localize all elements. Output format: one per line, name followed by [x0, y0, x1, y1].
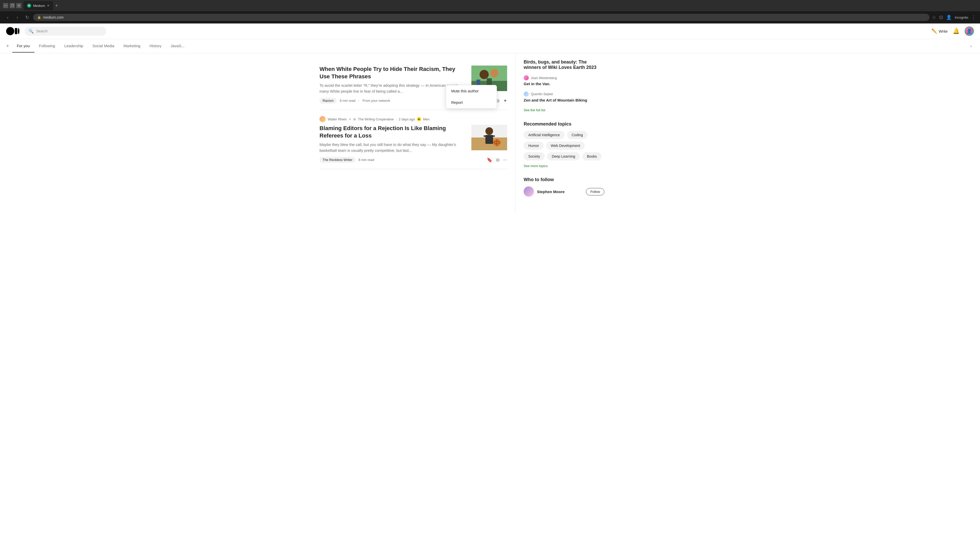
bookmark-article-2-icon[interactable]: 🔖: [487, 157, 492, 163]
tab-for-you[interactable]: For you: [12, 40, 35, 52]
article-1-dropdown-menu: Mute this author Report: [446, 85, 497, 108]
incognito-label: Incognito: [955, 16, 968, 19]
add-topic-button[interactable]: +: [6, 39, 12, 53]
medium-logo-svg: [6, 27, 19, 35]
tab-history[interactable]: History: [145, 40, 166, 52]
write-label: Write: [939, 29, 948, 33]
tab-javascript[interactable]: JavaS...: [166, 40, 189, 52]
tab-social-media[interactable]: Social Media: [88, 40, 119, 52]
article-2-author-name[interactable]: Walter Rhein: [328, 118, 347, 121]
staff-top-title[interactable]: Birds, bugs, and beauty: The winners of …: [524, 59, 605, 70]
split-view-icon[interactable]: ⊡: [939, 14, 943, 20]
url-text: medium.com: [43, 15, 64, 19]
article-2-member: Men: [423, 118, 430, 121]
topic-humor[interactable]: Humor: [524, 141, 544, 150]
recommended-topics-title: Recommended topics: [524, 121, 605, 127]
article-2-actions: 🔖 ⊖ ···: [487, 157, 507, 163]
article-1-read-time: 8 min read: [340, 99, 355, 103]
article-2-title[interactable]: Blaming Editors for a Rejection Is Like …: [320, 125, 466, 139]
article-2-card: Walter Rhein ✓ in The Writing Cooperativ…: [320, 110, 507, 169]
article-1-title[interactable]: When White People Try to Hide Their Raci…: [320, 65, 466, 80]
topic-books[interactable]: Books: [582, 152, 601, 160]
more-article-1-icon[interactable]: ✦: [503, 98, 507, 103]
topics-grid: Artificial Intelligence Coding Humor Web…: [524, 131, 605, 160]
hide-article-2-icon[interactable]: ⊖: [496, 157, 500, 163]
write-button[interactable]: ✏️ Write: [932, 28, 948, 34]
svg-point-5: [479, 70, 489, 79]
follow-item-stephen: Stephen Moore Follow: [524, 186, 605, 197]
search-icon: 🔍: [29, 29, 34, 34]
article-2-excerpt: Maybe they blew the call, but you still …: [320, 142, 466, 153]
follow-stephen-name[interactable]: Stephen Moore: [537, 189, 565, 194]
url-bar[interactable]: 🔒 medium.com: [33, 14, 929, 21]
tab-leadership[interactable]: Leadership: [60, 40, 88, 52]
report-option[interactable]: Report: [446, 97, 496, 108]
bookmark-icon[interactable]: ☆: [932, 14, 936, 20]
article-2-read-time: 8 min read: [359, 158, 374, 162]
tab-close-icon[interactable]: ✕: [47, 4, 49, 7]
article-2-time: 2 days ago: [399, 118, 415, 121]
member-badge-icon: ★: [417, 117, 421, 121]
article-2-illustration: [471, 125, 507, 150]
article-1-tag[interactable]: Racism: [320, 98, 337, 103]
forward-button[interactable]: ›: [14, 14, 21, 21]
menu-icon[interactable]: ⋮: [971, 14, 976, 20]
staff-author-1-row: Joan Westenberg: [524, 75, 605, 80]
more-article-2-icon[interactable]: ···: [503, 157, 507, 162]
follow-stephen-button[interactable]: Follow: [586, 188, 605, 195]
article-2-publication[interactable]: The Writing Cooperative: [358, 118, 394, 121]
maximize-button[interactable]: ❐: [10, 3, 15, 8]
staff-author-2-name[interactable]: Quentin Septer: [531, 92, 553, 96]
see-more-topics-link[interactable]: See more topics: [524, 164, 605, 168]
medium-logo[interactable]: [6, 27, 19, 35]
svg-rect-1: [15, 28, 18, 34]
lock-icon: 🔒: [37, 16, 41, 19]
article-2-content: Blaming Editors for a Rejection Is Like …: [320, 125, 507, 153]
article-2-meta: The Reckless Writer 8 min read 🔖 ⊖ ···: [320, 157, 507, 163]
article-2-tag[interactable]: The Reckless Writer: [320, 157, 355, 163]
browser-controls: — ❐ ✕: [3, 3, 21, 8]
back-button[interactable]: ‹: [4, 14, 11, 21]
user-avatar[interactable]: 👤: [965, 27, 974, 36]
search-bar[interactable]: 🔍 Search: [24, 27, 106, 36]
topic-deep-learning[interactable]: Deep Learning: [547, 152, 580, 160]
topic-coding[interactable]: Coding: [567, 131, 587, 139]
who-to-follow-section: Who to follow Stephen Moore Follow: [524, 177, 605, 197]
article-1-dot: ·: [359, 99, 360, 103]
active-tab[interactable]: M Medium ✕: [24, 1, 53, 10]
see-full-list-link[interactable]: See the full list: [524, 108, 546, 112]
new-tab-button[interactable]: +: [54, 3, 59, 8]
address-bar: ‹ › ↻ 🔒 medium.com ☆ ⊡ 👤 Incognito ⋮: [0, 11, 980, 24]
minimize-button[interactable]: —: [3, 3, 8, 8]
staff-article-2-title[interactable]: Zen and the Art of Mountain Biking: [524, 98, 605, 103]
staff-picks-section: Birds, bugs, and beauty: The winners of …: [524, 59, 605, 112]
browser-chrome: — ❐ ✕ M Medium ✕ +: [0, 0, 980, 11]
svg-point-2: [18, 28, 19, 34]
main-layout: When White People Try to Hide Their Raci…: [311, 53, 669, 212]
follow-stephen-avatar: [524, 186, 534, 197]
close-button[interactable]: ✕: [16, 3, 21, 8]
write-icon: ✏️: [932, 28, 937, 34]
topic-ai[interactable]: Artificial Intelligence: [524, 131, 565, 139]
medium-header: 🔍 Search ✏️ Write 🔔 👤: [0, 24, 980, 39]
header-actions: ✏️ Write 🔔 👤: [932, 27, 974, 36]
staff-top-article: Birds, bugs, and beauty: The winners of …: [524, 59, 605, 70]
category-tabs: + For you Following Leadership Social Me…: [0, 39, 980, 53]
tab-marketing[interactable]: Marketing: [119, 40, 145, 52]
topic-web-dev[interactable]: Web Development: [546, 141, 585, 150]
staff-author-2-row: Quentin Septer: [524, 92, 605, 97]
mute-author-option[interactable]: Mute this author: [446, 85, 496, 97]
reload-button[interactable]: ↻: [24, 14, 30, 21]
article-1-network: From your network: [363, 99, 390, 103]
staff-article-1-title[interactable]: Get in the Van.: [524, 81, 605, 86]
tabs-next-arrow-icon[interactable]: ›: [968, 39, 974, 53]
notification-bell-icon[interactable]: 🔔: [953, 28, 959, 35]
tab-following[interactable]: Following: [35, 40, 60, 52]
topic-society[interactable]: Society: [524, 152, 545, 160]
incognito-icon[interactable]: 👤: [946, 14, 952, 20]
staff-article-2: Quentin Septer Zen and the Art of Mounta…: [524, 92, 605, 103]
staff-author-1-name[interactable]: Joan Westenberg: [531, 76, 557, 80]
article-2-image: [471, 125, 507, 150]
article-2-dot: ·: [396, 118, 397, 121]
verified-badge-icon: ✓: [349, 118, 352, 121]
